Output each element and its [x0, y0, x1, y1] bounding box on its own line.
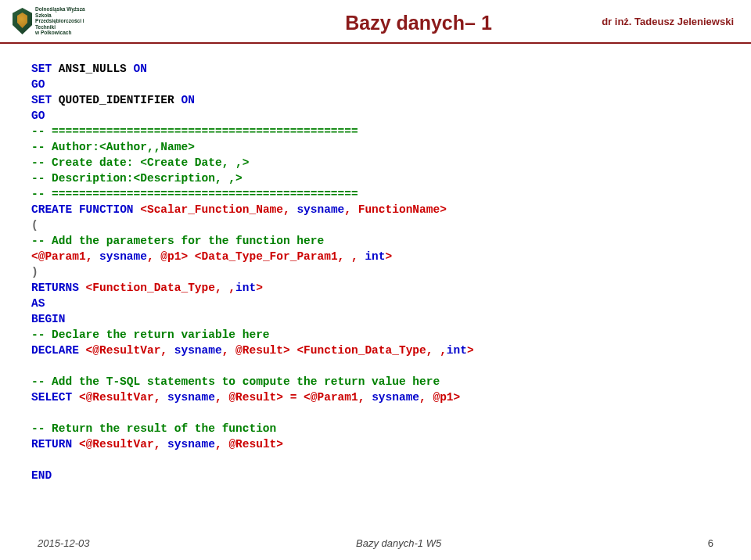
slide-author: dr inż. Tadeusz Jeleniewski — [602, 16, 734, 27]
footer-center: Bazy danych-1 W5 — [356, 537, 441, 549]
shield-icon — [13, 8, 32, 34]
footer-date: 2015-12-03 — [38, 537, 90, 549]
slide-header: Dolnośląska Wyższa SzkołaPrzedsiębiorczo… — [0, 0, 751, 38]
slide-title: Bazy danych– 1 — [345, 12, 492, 34]
footer-page: 6 — [708, 537, 713, 549]
sql-code: SET ANSI_NULLS ON GO SET QUOTED_IDENTIFI… — [31, 61, 720, 483]
code-block: SET ANSI_NULLS ON GO SET QUOTED_IDENTIFI… — [0, 44, 751, 483]
institution-logo: Dolnośląska Wyższa SzkołaPrzedsiębiorczo… — [13, 5, 99, 38]
institution-name: Dolnośląska Wyższa SzkołaPrzedsiębiorczo… — [35, 6, 99, 35]
slide-footer: 2015-12-03 Bazy danych-1 W5 6 — [0, 537, 751, 549]
